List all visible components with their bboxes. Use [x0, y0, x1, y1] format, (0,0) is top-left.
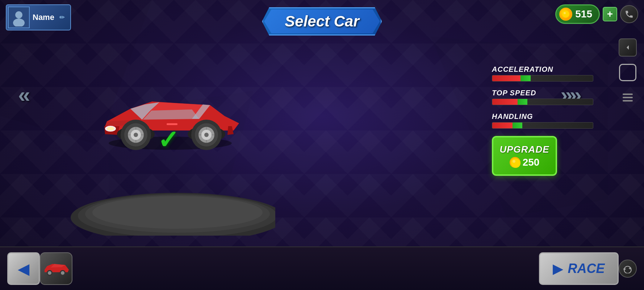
race-button[interactable]: ▶ RACE — [539, 252, 619, 285]
acceleration-label: ACCELERATION — [492, 65, 608, 74]
acceleration-stat: ACCELERATION — [492, 65, 608, 82]
svg-rect-11 — [167, 123, 177, 125]
handling-stat: HANDLING — [492, 112, 608, 129]
acceleration-bar — [492, 75, 593, 82]
handling-bar-green — [513, 123, 523, 128]
top-speed-bar-green — [518, 99, 528, 105]
svg-text:✓: ✓ — [158, 126, 179, 152]
top-speed-bar-red — [492, 99, 518, 105]
svg-point-18 — [134, 133, 138, 137]
svg-point-2 — [562, 11, 569, 18]
square-button[interactable] — [619, 64, 636, 81]
handling-label: HANDLING — [492, 112, 608, 121]
title-banner: Select Car — [262, 7, 382, 36]
svg-point-10 — [107, 127, 114, 130]
back-arrow-button[interactable] — [619, 38, 637, 57]
race-label: RACE — [568, 261, 605, 276]
bottom-bar: ◀ ▶ RACE — [0, 246, 644, 290]
car-platform — [65, 178, 275, 236]
edit-icon[interactable]: ✏ — [59, 13, 65, 21]
svg-point-1 — [13, 18, 25, 26]
svg-point-34 — [513, 160, 515, 163]
car-svg: ✓ — [87, 72, 254, 152]
gamepad-button[interactable] — [619, 260, 637, 278]
profile-name: Name — [33, 13, 54, 22]
menu-line-3 — [623, 100, 633, 102]
car-display-area: ✓ — [29, 51, 311, 243]
svg-point-3 — [564, 12, 566, 14]
prev-car-button[interactable]: « — [18, 82, 27, 107]
car-thumb-svg — [42, 260, 71, 278]
profile-section: Name ✏ — [6, 4, 71, 30]
page-title: Select Car — [285, 13, 359, 30]
svg-point-38 — [61, 271, 64, 275]
handling-bar-red — [492, 123, 513, 128]
upgrade-cost: 250 — [510, 157, 540, 168]
right-controls — [619, 38, 637, 107]
add-coins-button[interactable]: + — [603, 7, 617, 21]
menu-line-2 — [623, 97, 633, 98]
stats-panel: ACCELERATION TOP SPEED HANDLING UPGRADE … — [492, 65, 608, 176]
top-speed-label: TOP SPEED — [492, 89, 608, 97]
menu-line-1 — [623, 94, 633, 95]
title-ribbon: Select Car — [262, 7, 382, 36]
race-arrow-icon: ▶ — [553, 261, 563, 277]
svg-point-33 — [511, 158, 520, 168]
avatar — [8, 7, 30, 28]
gamepad-icon-svg — [623, 264, 632, 273]
svg-point-0 — [15, 11, 22, 18]
back-button[interactable]: ◀ — [7, 252, 40, 285]
coin-amount: 515 — [575, 8, 592, 20]
back-arrow-icon: ◀ — [18, 260, 29, 278]
avatar-icon — [10, 8, 28, 26]
upgrade-label: UPGRADE — [499, 144, 549, 155]
menu-lines-button[interactable] — [619, 88, 637, 107]
coins-badge: 515 — [555, 4, 600, 24]
coin-icon — [559, 8, 572, 21]
handling-bar — [492, 122, 593, 129]
svg-point-36 — [48, 271, 51, 275]
svg-point-23 — [204, 133, 209, 137]
svg-point-7 — [92, 196, 263, 229]
acceleration-bar-green — [520, 75, 531, 81]
top-speed-stat: TOP SPEED — [492, 89, 608, 105]
upgrade-button[interactable]: UPGRADE 250 — [492, 136, 557, 176]
coins-display: 515 + — [555, 4, 638, 24]
phone-icon[interactable] — [620, 5, 638, 23]
upgrade-coin-icon — [510, 157, 520, 168]
top-speed-bar — [492, 99, 593, 105]
car-thumbnail[interactable] — [40, 252, 72, 285]
acceleration-bar-red — [492, 75, 520, 81]
upgrade-amount: 250 — [523, 157, 540, 168]
car-image: ✓ — [87, 72, 254, 152]
